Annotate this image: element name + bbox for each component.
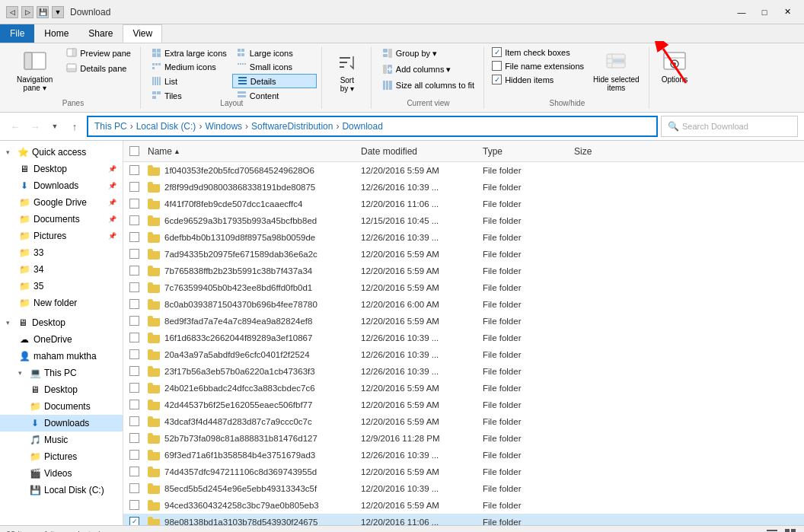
file-name-extensions-item[interactable]: File name extensions xyxy=(490,60,585,72)
sidebar-item-desktop[interactable]: 🖥 Desktop 📌 xyxy=(0,161,123,177)
details-button[interactable]: Details xyxy=(232,74,317,88)
table-row[interactable]: 4f41f70f8feb9cde507dcc1caaecffc412/20/20… xyxy=(123,196,804,212)
sidebar-item-documents[interactable]: 📁 Documents 📌 xyxy=(0,211,123,228)
details-pane-button[interactable]: Details pane xyxy=(62,62,136,75)
header-checkbox[interactable] xyxy=(129,146,139,156)
close-button[interactable]: ✕ xyxy=(777,5,798,20)
table-row[interactable]: 8ed9f3fad7a7e4a7c894ea9a82824ef812/20/20… xyxy=(123,313,804,330)
options-button[interactable]: Options xyxy=(656,46,694,87)
tab-share[interactable]: Share xyxy=(78,24,123,43)
sidebar-item-new-folder[interactable]: 📁 New folder xyxy=(0,295,123,311)
hidden-items-item[interactable]: Hidden items xyxy=(490,74,585,85)
small-icons-button[interactable]: Small icons xyxy=(232,60,317,73)
file-checkbox[interactable] xyxy=(129,400,139,409)
file-checkbox[interactable] xyxy=(129,366,139,376)
sidebar-item-google-drive[interactable]: 📁 Google Drive 📌 xyxy=(0,194,123,211)
sidebar-item-desktop-root[interactable]: ▾ 🖥 Desktop xyxy=(0,314,123,331)
file-checkbox[interactable] xyxy=(129,299,139,309)
up-button[interactable]: ↑ xyxy=(65,117,84,135)
col-header-size[interactable]: Size xyxy=(574,146,635,157)
table-row[interactable]: 74d4357dfc947211106c8d369743955d12/20/20… xyxy=(123,464,804,480)
col-header-name[interactable]: Name ▲ xyxy=(148,146,361,157)
search-box[interactable]: 🔍 Search Download xyxy=(661,116,798,137)
minimize-button[interactable]: — xyxy=(731,5,752,20)
file-checkbox[interactable] xyxy=(129,416,139,426)
tab-file[interactable]: File xyxy=(0,24,34,43)
file-checkbox[interactable] xyxy=(129,483,139,493)
path-part-1[interactable]: This PC xyxy=(94,121,127,132)
sidebar-item-pc-downloads[interactable]: ⬇ Downloads xyxy=(0,415,123,432)
sidebar-item-pc-localdisk[interactable]: 💾 Local Disk (C:) xyxy=(0,482,123,499)
sidebar-item-34[interactable]: 📁 34 xyxy=(0,261,123,278)
col-header-type[interactable]: Type xyxy=(483,146,574,157)
file-checkbox[interactable] xyxy=(129,450,139,460)
table-row[interactable]: 98e08138bd1a3103b78d543930f2467512/20/20… xyxy=(123,514,804,525)
extra-large-icons-button[interactable]: Extra large icons xyxy=(147,46,231,59)
file-checkbox[interactable] xyxy=(129,467,139,476)
sidebar-item-pictures[interactable]: 📁 Pictures 📌 xyxy=(0,228,123,244)
sidebar-item-this-pc[interactable]: ▾ 💻 This PC xyxy=(0,365,123,381)
col-header-date[interactable]: Date modified xyxy=(361,146,483,157)
table-row[interactable]: 85ecd5b5d2454e96e5ebb49313343c5f12/20/20… xyxy=(123,480,804,497)
table-row[interactable]: 16f1d6833c2662044f89289a3ef1086712/26/20… xyxy=(123,330,804,346)
sidebar-item-user[interactable]: 👤 maham muktha xyxy=(0,348,123,365)
hidden-items-checkbox[interactable] xyxy=(492,75,502,84)
file-checkbox[interactable] xyxy=(129,433,139,443)
tab-view[interactable]: View xyxy=(123,24,162,43)
file-checkbox[interactable] xyxy=(129,182,139,192)
item-check-boxes-item[interactable]: Item check boxes xyxy=(490,46,585,58)
file-checkbox[interactable] xyxy=(129,249,139,259)
sidebar-item-33[interactable]: 📁 33 xyxy=(0,244,123,261)
file-checkbox[interactable] xyxy=(129,333,139,342)
file-name-extensions-checkbox[interactable] xyxy=(492,61,502,71)
sort-by-button[interactable]: Sortby ▾ xyxy=(328,46,366,97)
file-checkbox[interactable] xyxy=(129,500,139,510)
table-row[interactable]: 2f8f99d9d908003868338191bde8087512/26/20… xyxy=(123,179,804,196)
path-part-3[interactable]: Windows xyxy=(205,121,242,132)
table-row[interactable]: 1f040353fe20b5fcd7056845249628O612/20/20… xyxy=(123,162,804,179)
file-checkbox[interactable] xyxy=(129,199,139,209)
table-row[interactable]: 7b765838ffb2b23b5991c38b7f437a3412/20/20… xyxy=(123,263,804,279)
file-checkbox[interactable] xyxy=(129,215,139,225)
file-checkbox[interactable] xyxy=(129,383,139,393)
view-icon-large[interactable] xyxy=(783,527,798,533)
back-button[interactable]: ← xyxy=(6,117,24,135)
table-row[interactable]: 52b7b73fa098c81a888831b81476d12712/9/201… xyxy=(123,430,804,447)
file-checkbox[interactable] xyxy=(129,232,139,242)
sidebar-item-downloads[interactable]: ⬇ Downloads 📌 xyxy=(0,177,123,194)
file-checkbox[interactable] xyxy=(129,266,139,276)
table-row[interactable]: 94ced33604324258c3bc79ae0b805eb312/20/20… xyxy=(123,497,804,514)
table-row[interactable]: 20a43a97a5abdfd9e6cfc0401f2f252412/26/20… xyxy=(123,346,804,363)
view-icon-details[interactable] xyxy=(764,527,780,533)
table-row[interactable]: 6defbb4b0b13109d8f8975a98b0059de12/26/20… xyxy=(123,229,804,246)
forward-button[interactable]: → xyxy=(26,117,44,135)
sidebar-item-pc-videos[interactable]: 🎬 Videos xyxy=(0,465,123,482)
tab-home[interactable]: Home xyxy=(34,24,78,43)
navigation-pane-button[interactable]: Navigationpane ▾ xyxy=(11,46,59,95)
size-columns-button[interactable]: Size all columns to fit xyxy=(378,78,479,92)
table-row[interactable]: 6cde96529a3b17935b993a45bcfbb8ed12/15/20… xyxy=(123,212,804,229)
sidebar-item-pc-pictures[interactable]: 📁 Pictures xyxy=(0,448,123,465)
table-row[interactable]: 42d44537b6f25e162055eaec506fbf7712/20/20… xyxy=(123,397,804,413)
large-icons-button[interactable]: Large icons xyxy=(232,46,317,59)
group-by-button[interactable]: Group by ▾ xyxy=(378,46,479,60)
file-checkbox[interactable] xyxy=(129,165,139,175)
table-row[interactable]: 8c0ab0393871504370b696b4fee7878012/20/20… xyxy=(123,296,804,313)
sidebar-item-pc-music[interactable]: 🎵 Music xyxy=(0,432,123,448)
table-row[interactable]: 7c763599405b0b423ee8bd6ffd0fb0d112/20/20… xyxy=(123,279,804,296)
sidebar-item-pc-documents[interactable]: 📁 Documents xyxy=(0,398,123,415)
path-part-2[interactable]: Local Disk (C:) xyxy=(136,121,196,132)
hide-selected-button[interactable]: Hide selecteditems xyxy=(589,46,644,95)
sidebar-item-pc-desktop[interactable]: 🖥 Desktop xyxy=(0,381,123,398)
list-button[interactable]: List xyxy=(147,74,231,88)
sidebar-item-quick-access[interactable]: ▾ ⭐ Quick access xyxy=(0,144,123,161)
maximize-button[interactable]: □ xyxy=(754,5,775,20)
item-check-boxes-checkbox[interactable] xyxy=(492,47,502,57)
file-checkbox[interactable] xyxy=(129,517,139,525)
recent-button[interactable]: ▼ xyxy=(46,117,64,135)
add-columns-button[interactable]: Add columns ▾ xyxy=(378,62,479,76)
preview-pane-button[interactable]: Preview pane xyxy=(62,46,136,60)
table-row[interactable]: 7ad94335b20975fe671589dab36e6a2c12/20/20… xyxy=(123,246,804,263)
table-row[interactable]: 23f17b56a3eb57b0a6220a1cb47363f312/26/20… xyxy=(123,363,804,380)
medium-icons-button[interactable]: Medium icons xyxy=(147,60,231,73)
